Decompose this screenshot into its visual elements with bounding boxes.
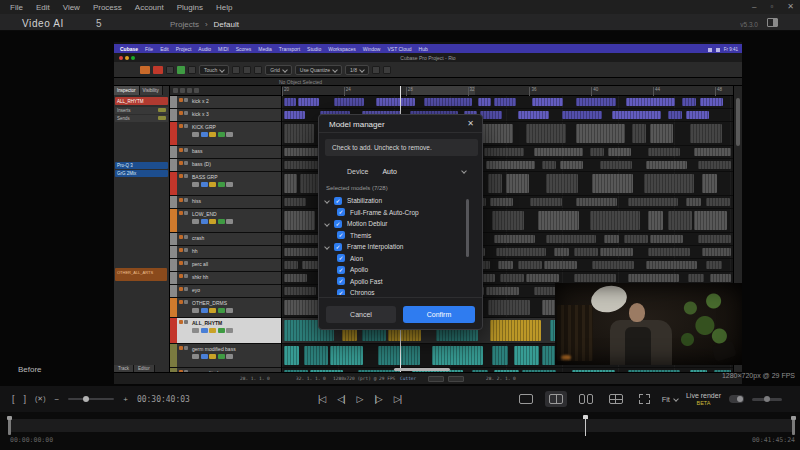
frame-back-button[interactable]: ◁|: [337, 394, 344, 404]
maximize-button[interactable]: ▫: [770, 0, 773, 14]
menu-process[interactable]: Process: [93, 3, 122, 12]
zoom-slider[interactable]: [68, 398, 114, 400]
checkbox-checked[interactable]: ✓: [337, 254, 345, 262]
fullscreen-button[interactable]: [635, 391, 654, 407]
checkbox-checked[interactable]: ✓: [337, 231, 345, 239]
close-icon[interactable]: ✕: [467, 119, 474, 128]
fit-zoom-dropdown[interactable]: Fit: [662, 395, 678, 404]
close-button[interactable]: ✕: [787, 0, 794, 14]
model-row[interactable]: ✓Chronos: [323, 287, 473, 295]
audio-event: [706, 198, 730, 206]
audio-event: [486, 161, 535, 169]
menu-plugins[interactable]: Plugins: [177, 3, 203, 12]
chevron-down-icon[interactable]: [324, 244, 330, 250]
audio-event: [562, 111, 602, 119]
trim-in-button[interactable]: [: [12, 394, 15, 404]
ruler-mark: 36: [529, 87, 536, 96]
cubase-menu-file: File: [145, 46, 153, 52]
audio-event: [688, 274, 704, 282]
track-control-chips: [192, 132, 233, 137]
model-group-row[interactable]: ✓Motion Deblur: [323, 218, 473, 230]
trim-start-handle[interactable]: [8, 416, 11, 435]
cubase-window-title: Cubase Pro Project - Rio: [114, 55, 742, 61]
chevron-down-icon[interactable]: [324, 221, 330, 227]
window-controls: – ▫ ✕: [752, 0, 794, 14]
preview-strength-slider[interactable]: [752, 398, 782, 401]
model-row[interactable]: ✓Themis: [323, 230, 473, 242]
menu-view[interactable]: View: [63, 3, 80, 12]
menu-account[interactable]: Account: [135, 3, 164, 12]
menu-edit[interactable]: Edit: [36, 3, 50, 12]
cubase-left-locator: 28. 1. 1. 0: [240, 376, 270, 381]
live-render-toggle[interactable]: [729, 395, 744, 403]
checkbox-checked[interactable]: ✓: [334, 243, 342, 251]
play-button[interactable]: ▷: [357, 394, 363, 404]
audio-event: [432, 346, 483, 365]
checkbox-checked[interactable]: ✓: [334, 220, 342, 228]
track-name: hiss: [192, 198, 201, 204]
timeline-strip[interactable]: [8, 419, 795, 432]
frame-forward-button[interactable]: |▷: [374, 394, 381, 404]
checkbox-checked[interactable]: ✓: [337, 277, 345, 285]
solo-button: [184, 111, 188, 115]
menu-file[interactable]: File: [10, 3, 23, 12]
cubase-grid-dropdown: Grid: [265, 65, 291, 75]
device-dropdown[interactable]: Device Auto: [329, 161, 474, 181]
app-logo: Video AI: [22, 18, 64, 29]
skip-end-button[interactable]: ▷|: [394, 394, 401, 404]
model-row[interactable]: ✓Apollo: [323, 264, 473, 276]
timeline-playhead[interactable]: [585, 415, 586, 436]
scrollbar[interactable]: [466, 199, 469, 257]
model-group-row[interactable]: ✓Frame Interpolation: [323, 241, 473, 253]
solo-button: [184, 274, 188, 278]
model-group-row[interactable]: ✓Stabilization: [323, 195, 473, 207]
info-banner: Check to add. Uncheck to remove.: [325, 139, 478, 156]
minimize-button[interactable]: –: [752, 0, 756, 14]
model-row[interactable]: ✓Aion: [323, 253, 473, 265]
audio-event: [574, 248, 598, 256]
grid-view-button[interactable]: [605, 391, 627, 407]
trim-reset-button[interactable]: (✕): [35, 395, 46, 403]
checkbox-checked[interactable]: ✓: [337, 266, 345, 274]
menubar-clock: Fr 9:41: [724, 47, 738, 52]
checkbox-checked[interactable]: ✓: [334, 197, 342, 205]
checkbox-checked[interactable]: ✓: [337, 208, 345, 216]
mute-button: [179, 300, 183, 304]
status-icon: [716, 48, 720, 52]
cancel-button[interactable]: Cancel: [326, 306, 396, 323]
audio-event: [592, 261, 634, 269]
audio-event: [546, 174, 578, 193]
skip-start-button[interactable]: |◁: [318, 394, 325, 404]
single-view-button[interactable]: [515, 391, 537, 407]
confirm-button[interactable]: Confirm: [403, 306, 475, 323]
model-row[interactable]: ✓Apollo Fast: [323, 276, 473, 288]
cubase-position: 28. 2. 1. 0: [486, 376, 516, 381]
zoom-in-button[interactable]: +: [123, 395, 128, 404]
slider-knob[interactable]: [764, 396, 770, 402]
audio-event: [330, 346, 363, 365]
audio-event: [686, 111, 709, 119]
checkbox-checked[interactable]: ✓: [337, 289, 345, 295]
vignette: [555, 283, 742, 365]
view-controls: Fit Live render BETA: [515, 386, 782, 412]
track-header-row: eyo: [170, 285, 281, 298]
control-chip: [192, 308, 199, 313]
mute-solo-buttons: [179, 320, 188, 324]
mute-button: [179, 211, 183, 215]
slider-knob[interactable]: [83, 396, 89, 402]
ruler-mark: 48: [715, 87, 722, 96]
cubase-tool-button: [232, 66, 240, 74]
chevron-down-icon[interactable]: [324, 198, 330, 204]
split-view-button[interactable]: [545, 391, 567, 407]
track-header-row: bass (D): [170, 159, 281, 172]
trim-end-handle[interactable]: [792, 416, 795, 435]
menu-help[interactable]: Help: [216, 3, 232, 12]
cubase-transport-button: [428, 376, 444, 382]
side-by-side-view-button[interactable]: [575, 391, 597, 407]
breadcrumb-projects[interactable]: Projects: [170, 20, 199, 29]
panel-toggle-icon[interactable]: [767, 18, 778, 27]
zoom-out-button[interactable]: −: [55, 395, 60, 404]
model-row[interactable]: ✓Full-Frame & Auto-Crop: [323, 207, 473, 219]
audio-event: [668, 111, 682, 119]
trim-out-button[interactable]: ]: [24, 394, 27, 404]
